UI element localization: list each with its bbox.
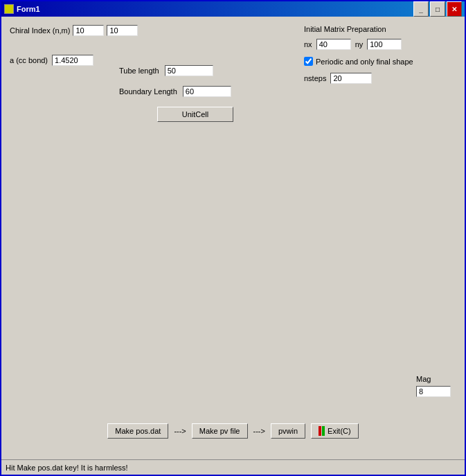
title-buttons: _ □ ✕ [413,1,462,17]
window-icon [4,4,14,14]
nsteps-row: nsteps [304,73,456,84]
status-text: Hit Make pos.dat key! It is harmless! [6,464,128,472]
title-bar-left: Form1 [4,4,40,14]
periodic-checkbox[interactable] [304,57,313,66]
a-cc-bond-label: a (cc bond) [10,56,48,64]
tube-length-input[interactable] [165,65,213,76]
bottom-buttons-row: Make pos.dat ---> Make pv file ---> pvwi… [1,423,465,439]
mag-section: Mag [416,375,451,397]
arrow1-label: ---> [174,427,186,435]
mag-input[interactable] [416,386,451,397]
unitcell-button[interactable]: UnitCell [157,107,233,122]
nx-ny-row: nx ny [304,39,456,50]
boundary-length-label: Boundary Length [119,87,177,96]
maximize-button[interactable]: □ [430,1,445,17]
periodic-label: Periodic and only final shape [316,58,413,66]
ny-input[interactable] [367,39,402,50]
mag-label: Mag [416,375,431,383]
chiral-m-input[interactable] [107,25,138,36]
ny-label: ny [355,40,364,49]
exit-icon [319,426,325,436]
nx-label: nx [304,40,312,49]
form-content: Chiral Index (n,m) a (cc bond) Tube leng… [1,17,465,459]
initial-matrix-title: Initial Matrix Preparation [304,25,456,33]
make-pos-button[interactable]: Make pos.dat [107,423,168,439]
nsteps-input[interactable] [330,73,372,84]
exit-label: Exit(C) [328,427,351,435]
chiral-index-row: Chiral Index (n,m) [10,25,138,36]
make-pv-button[interactable]: Make pv file [192,423,248,439]
pvwin-button[interactable]: pvwin [271,423,305,439]
unitcell-row: UnitCell [157,107,233,122]
title-bar: Form1 _ □ ✕ [1,1,465,17]
arrow2-label: ---> [253,427,265,435]
tube-length-row: Tube length [119,65,213,76]
tube-length-label: Tube length [119,67,159,75]
chiral-index-label: Chiral Index (n,m) [10,26,70,35]
boundary-length-input[interactable] [183,86,231,97]
close-button[interactable]: ✕ [447,1,462,17]
boundary-length-row: Boundary Length [119,86,231,97]
nx-input[interactable] [316,39,351,50]
window-title: Form1 [17,5,40,13]
chiral-n-input[interactable] [73,25,104,36]
a-cc-bond-row: a (cc bond) [10,55,93,66]
minimize-button[interactable]: _ [413,1,429,17]
exit-button[interactable]: Exit(C) [311,423,359,439]
nsteps-label: nsteps [304,74,326,82]
right-panel: Initial Matrix Preparation nx ny Periodi… [304,25,456,84]
status-bar: Hit Make pos.dat key! It is harmless! [1,459,465,475]
a-cc-bond-input[interactable] [52,55,93,66]
main-window: Form1 _ □ ✕ Chiral Index (n,m) a (cc bon… [0,0,466,476]
periodic-row: Periodic and only final shape [304,57,456,66]
